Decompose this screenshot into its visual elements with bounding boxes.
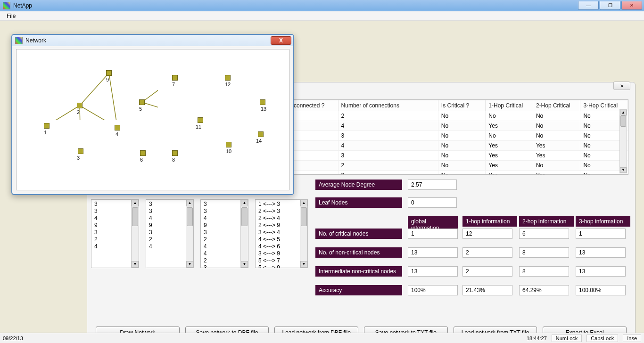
list-item[interactable]: 9 [149,222,190,229]
graph-node-8[interactable] [172,150,178,156]
list-item[interactable]: 9 [94,222,136,229]
desktop: ✕ connected ? Number of connections Is C… [0,21,644,333]
col-connected[interactable]: connected ? [291,100,339,111]
list-item[interactable]: 3 [94,201,136,208]
panel-close-button[interactable]: ✕ [613,82,630,90]
list-item[interactable]: 4 <---> 6 [258,243,305,250]
list-item[interactable]: 4 [149,215,190,222]
graph-label: 11 [196,124,201,130]
list-item[interactable]: 3 [149,201,190,208]
network-window[interactable]: Network X 1234567891011121314 [11,34,294,195]
graph-label: 8 [172,157,175,163]
list-item[interactable]: 2 [149,236,190,243]
graph-node-4[interactable] [115,125,120,131]
col-iscrit[interactable]: Is Critical ? [438,100,486,111]
graph-label: 6 [140,157,143,163]
crit-h1: 12 [462,229,512,239]
list-item[interactable]: 3 [204,208,245,215]
scroll-thumb[interactable] [620,115,626,127]
list-item[interactable]: 3 [94,208,136,215]
graph-node-3[interactable] [78,148,83,154]
list-item[interactable]: 3 <---> 9 [258,250,305,257]
table-row[interactable]: 4NoYesNoNo [291,121,628,131]
ncrit-h3: 13 [576,247,626,258]
inter-h3: 13 [576,266,626,277]
col-numconn[interactable]: Number of connections [338,100,438,111]
list-item[interactable]: 2 [94,236,136,243]
list-item[interactable]: 2 [204,236,245,243]
avg-degree-value: 2.57 [408,180,457,190]
graph-label: 2 [77,109,80,115]
table-row[interactable]: 3NoNoNoNo [291,131,628,141]
list-item[interactable]: 3 [94,229,136,236]
list-item[interactable]: 4 [204,250,245,257]
crit-label: No. of critical nodes [315,229,402,239]
status-capslock: CapsLock [586,335,618,342]
app-title: NetApp [13,2,578,9]
list-item[interactable]: 4 [149,243,190,250]
network-titlebar[interactable]: Network X [12,35,293,46]
ncrit-label: No. of non-critical nodes [315,247,402,258]
graph-node-12[interactable] [225,75,231,81]
list-item[interactable]: 2 <---> 9 [258,222,305,229]
list-item[interactable]: 5 <---> 9 [258,264,305,268]
list-item[interactable]: 2 [204,257,245,264]
listbox-1[interactable]: 3349324 ▲▼ [91,199,139,268]
statusbar: 09/22/13 18:44:27 NumLock CapsLock Inse [0,333,644,343]
list-item[interactable]: 3 [204,264,245,268]
minimize-button[interactable]: — [578,1,599,10]
ncrit-h2: 8 [519,247,569,258]
ncrit-h1: 2 [462,247,512,258]
list-item[interactable]: 4 [204,243,245,250]
menu-file[interactable]: File [3,12,19,20]
listbox-3[interactable]: 3349324423 ▲▼ [200,199,248,268]
list-item[interactable]: 2 <---> 4 [258,215,305,222]
list-item[interactable]: 3 [149,229,190,236]
graph-node-14[interactable] [258,131,264,137]
table-scrollbar[interactable]: ▲ ▼ [619,109,627,173]
graph-node-10[interactable] [226,142,231,147]
table-row[interactable]: 3NoYesYesNo [291,151,628,161]
close-button[interactable]: ✕ [621,1,642,10]
list-item[interactable]: 4 [94,215,136,222]
list-item[interactable]: 3 <---> 4 [258,229,305,236]
col-2hop[interactable]: 2-Hop Critical [533,100,580,111]
scroll-up-icon[interactable]: ▲ [620,110,627,115]
network-icon [15,37,23,44]
svg-line-4 [80,73,109,106]
table-row[interactable]: 2NoNoNoNo [291,111,628,121]
leaf-nodes-label: Leaf Nodes [315,197,402,208]
graph-node-11[interactable] [198,117,203,123]
network-canvas[interactable]: 1234567891011121314 [16,49,289,190]
table-row[interactable]: 4NoYesYesNo [291,141,628,151]
list-item[interactable]: 2 <---> 3 [258,208,305,215]
leaf-nodes-value: 0 [408,197,457,208]
graph-node-6[interactable] [140,150,146,156]
list-item[interactable]: 4 [94,243,136,250]
listbox-4[interactable]: 1 <---> 32 <---> 32 <---> 42 <---> 93 <-… [255,199,308,268]
inter-label: Intermediate non-critical nodes [315,266,402,277]
graph-node-7[interactable] [172,75,178,81]
scroll-down-icon[interactable]: ▼ [620,167,627,173]
table-row[interactable]: 2NoYesNoNo [291,161,628,171]
list-item[interactable]: 4 <---> 5 [258,236,305,243]
table-row[interactable]: 2NoYesYesNo [291,171,628,175]
listbox-2[interactable]: 3349324 ▲▼ [146,199,194,268]
list-item[interactable]: 3 [204,229,245,236]
graph-node-13[interactable] [260,99,265,105]
graph-node-5[interactable] [139,99,145,105]
list-item[interactable]: 3 [149,208,190,215]
list-item[interactable]: 9 [204,222,245,229]
col-1hop[interactable]: 1-Hop Critical [486,100,533,111]
list-item[interactable]: 4 [204,215,245,222]
graph-node-9[interactable] [106,70,112,76]
list-item[interactable]: 1 <---> 3 [258,201,305,208]
maximize-button[interactable]: ❐ [600,1,620,10]
acc-h2: 64.29% [519,285,569,295]
network-close-button[interactable]: X [271,36,291,45]
graph-node-2[interactable] [77,103,83,108]
list-item[interactable]: 5 <---> 7 [258,257,305,264]
graph-node-1[interactable] [44,123,50,129]
list-item[interactable]: 3 [204,201,245,208]
crit-global: 1 [408,229,458,239]
